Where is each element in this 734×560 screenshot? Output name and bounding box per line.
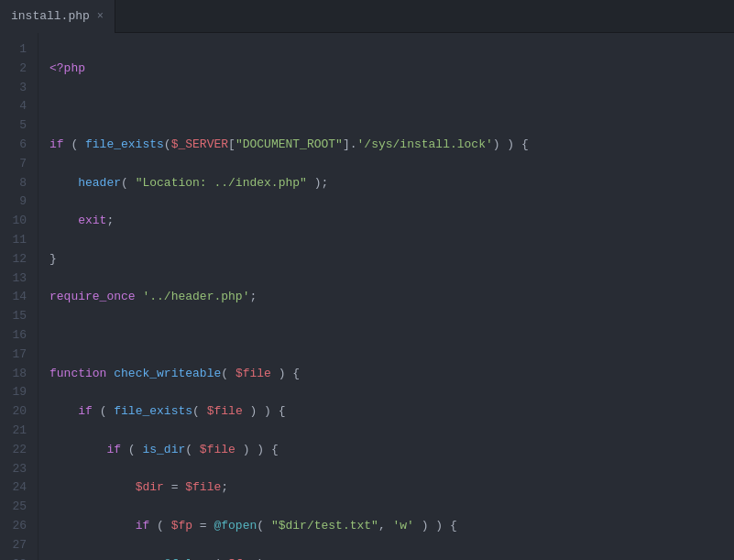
line-num: 7 [7,155,27,174]
line-num: 28 [7,555,27,560]
code-line-13: if ( $fp = @fopen( "$dir/test.txt", 'w' … [49,517,727,536]
line-num: 6 [7,136,27,155]
line-num: 19 [7,383,27,402]
tab-close-icon[interactable]: × [97,11,104,22]
line-num: 1 [7,40,27,60]
code-area: 1 2 3 4 5 6 7 8 9 10 11 12 13 14 15 16 1… [0,33,734,560]
code-line-10: if ( file_exists( $file ) ) { [49,402,727,422]
line-num: 24 [7,478,27,498]
line-num: 22 [7,441,27,460]
code-line-11: if ( is_dir( $file ) ) { [49,441,727,460]
code-line-14: @fclose( $fp ); [49,555,727,560]
line-num: 9 [7,192,27,212]
line-numbers: 1 2 3 4 5 6 7 8 9 10 11 12 13 14 15 16 1… [0,33,38,560]
line-num: 23 [7,460,27,479]
code-line-3: if ( file_exists($_SERVER["DOCUMENT_ROOT… [49,136,727,155]
code-line-1: <?php [49,60,727,79]
line-num: 26 [7,517,27,536]
line-num: 4 [7,97,27,116]
file-tab[interactable]: install.php × [0,0,115,33]
line-num: 18 [7,365,27,384]
line-num: 5 [7,116,27,136]
tab-bar: install.php × [0,0,734,33]
code-line-4: header( "Location: ../index.php" ); [49,174,727,193]
line-num: 21 [7,422,27,441]
line-num: 20 [7,402,27,422]
line-num: 3 [7,79,27,98]
line-num: 2 [7,60,27,79]
line-num: 14 [7,288,27,307]
line-num: 27 [7,536,27,555]
line-num: 13 [7,269,27,289]
tab-filename: install.php [11,9,90,23]
code-line-5: exit; [49,212,727,231]
editor-window: install.php × 1 2 3 4 5 6 7 8 9 10 11 12… [0,0,734,560]
code-line-2 [49,97,727,116]
line-num: 25 [7,498,27,517]
code-line-6: } [49,250,727,269]
code-content: <?php if ( file_exists($_SERVER["DOCUMEN… [38,33,734,560]
line-num: 10 [7,212,27,231]
line-num: 16 [7,326,27,346]
code-line-8 [49,326,727,346]
line-num: 8 [7,174,27,193]
line-num: 17 [7,346,27,365]
line-num: 12 [7,250,27,269]
code-line-7: require_once '../header.php'; [49,288,727,307]
code-line-9: function check_writeable( $file ) { [49,365,727,384]
line-num: 15 [7,307,27,326]
line-num: 11 [7,231,27,250]
code-line-12: $dir = $file; [49,478,727,498]
